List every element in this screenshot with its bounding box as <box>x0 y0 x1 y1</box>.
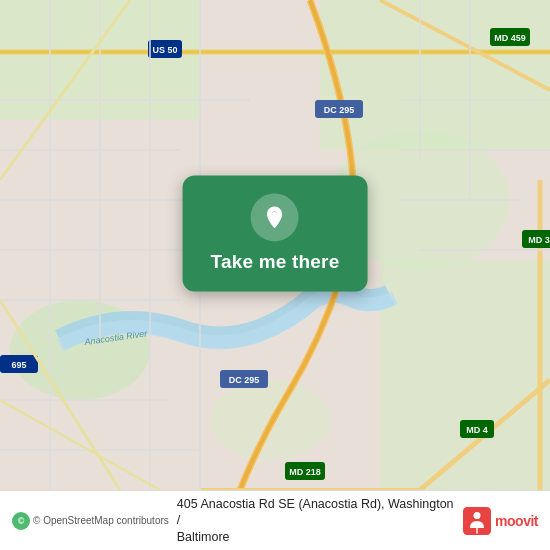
take-me-there-label: Take me there <box>211 251 340 273</box>
svg-text:MD 4: MD 4 <box>466 425 488 435</box>
svg-text:MD 218: MD 218 <box>289 467 321 477</box>
location-pin-icon <box>251 193 299 241</box>
svg-text:DC 295: DC 295 <box>324 105 355 115</box>
osm-credit: © © OpenStreetMap contributors <box>12 512 169 530</box>
svg-text:MD 459: MD 459 <box>494 33 526 43</box>
moovit-logo: moovit <box>463 507 538 535</box>
take-me-there-button[interactable]: Take me there <box>183 175 368 291</box>
svg-point-52 <box>474 511 481 518</box>
footer-bar: © © OpenStreetMap contributors 405 Anaco… <box>0 490 550 550</box>
svg-rect-5 <box>380 260 550 490</box>
osm-credit-text: © OpenStreetMap contributors <box>33 515 169 526</box>
svg-text:US 50: US 50 <box>152 45 177 55</box>
moovit-icon <box>463 507 491 535</box>
address-line2: Baltimore <box>177 530 230 544</box>
address-line1: 405 Anacostia Rd SE (Anacostia Rd), Wash… <box>177 497 454 527</box>
moovit-brand-text: moovit <box>495 513 538 529</box>
svg-rect-2 <box>320 0 550 150</box>
svg-text:DC 295: DC 295 <box>229 375 260 385</box>
map-area: DC 295 US 50 MD 459 MD 3 MD 4 MD 218 695 <box>0 0 550 490</box>
address-text: 405 Anacostia Rd SE (Anacostia Rd), Wash… <box>169 496 463 545</box>
svg-text:MD 3: MD 3 <box>528 235 550 245</box>
osm-logo: © <box>12 512 30 530</box>
svg-text:695: 695 <box>11 360 26 370</box>
